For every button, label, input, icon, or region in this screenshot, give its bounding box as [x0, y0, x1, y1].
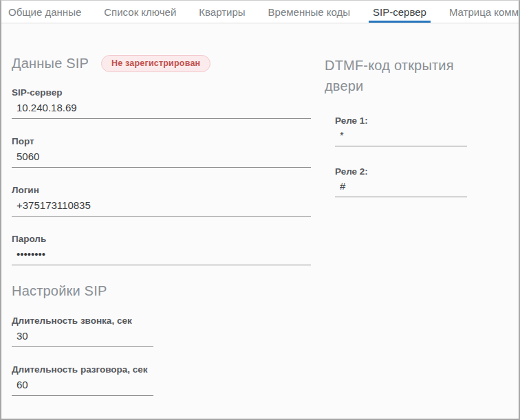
relay2-field: Реле 2:: [335, 166, 467, 197]
sip-settings-heading: Настройки SIP: [12, 283, 311, 299]
status-badge: Не зарегистрирован: [101, 55, 210, 72]
dtmf-fields: Реле 1: Реле 2:: [325, 115, 473, 197]
dtmf-column: DTMF-код открытия двери Реле 1: Реле 2:: [325, 55, 473, 217]
port-label: Порт: [12, 136, 311, 146]
login-label: Логин: [12, 185, 311, 195]
tab-bar: Общие данные Список ключей Квартиры Врем…: [1, 1, 519, 23]
sip-server-field: SIP-сервер: [12, 87, 311, 119]
sip-server-input[interactable]: [12, 101, 311, 119]
relay2-input[interactable]: [335, 179, 467, 197]
talk-duration-field: Длительность разговора, сек: [12, 364, 153, 396]
sip-server-label: SIP-сервер: [12, 87, 311, 98]
tab-switching-matrix[interactable]: Матрица коммутат: [445, 1, 519, 23]
app-window: Общие данные Список ключей Квартиры Врем…: [0, 0, 520, 420]
relay1-input[interactable]: [335, 129, 467, 146]
sip-data-header: Данные SIP Не зарегистрирован: [12, 55, 311, 72]
dtmf-heading: DTMF-код открытия двери: [325, 55, 473, 96]
talk-duration-input[interactable]: [12, 378, 153, 396]
tab-general-data[interactable]: Общие данные: [4, 1, 85, 23]
tab-temporary-codes[interactable]: Временные коды: [264, 1, 354, 23]
call-duration-input[interactable]: [12, 329, 153, 347]
call-duration-label: Длительность звонка, сек: [12, 316, 153, 326]
sip-data-heading: Данные SIP: [12, 56, 89, 71]
password-input[interactable]: [12, 247, 311, 265]
call-duration-field: Длительность звонка, сек: [12, 316, 153, 347]
tab-key-list[interactable]: Список ключей: [100, 1, 180, 23]
sip-form-column: Данные SIP Не зарегистрирован SIP-сервер…: [12, 55, 311, 420]
login-field: Логин: [12, 185, 311, 217]
tab-sip-server[interactable]: SIP-сервер: [369, 1, 431, 23]
port-input[interactable]: [12, 150, 311, 168]
port-field: Порт: [12, 136, 311, 168]
login-input[interactable]: [12, 199, 311, 217]
relay2-label: Реле 2:: [335, 166, 467, 177]
password-label: Пароль: [12, 234, 311, 244]
talk-duration-label: Длительность разговора, сек: [12, 364, 153, 375]
password-field: Пароль: [12, 234, 311, 265]
tab-apartments[interactable]: Квартиры: [195, 1, 249, 23]
relay1-field: Реле 1:: [335, 115, 467, 146]
relay1-label: Реле 1:: [335, 115, 467, 126]
sip-server-panel: Данные SIP Не зарегистрирован SIP-сервер…: [1, 23, 519, 420]
